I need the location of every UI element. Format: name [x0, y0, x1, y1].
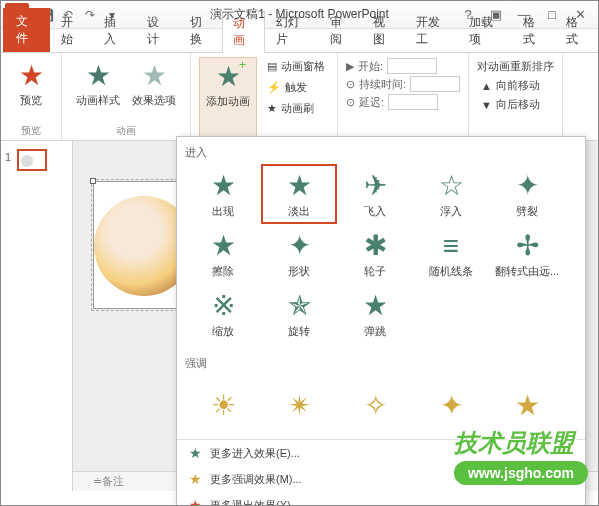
trigger-button[interactable]: ⚡触发 [263, 78, 329, 97]
resize-handle[interactable] [90, 178, 96, 184]
effect-icon: ✈ [364, 169, 387, 202]
add-star-icon: ★+ [212, 60, 244, 92]
entrance-grid: ★出现★淡出✈飞入☆浮入✦劈裂★擦除✦形状✱轮子≡随机线条✢翻转式由远...※缩… [185, 164, 577, 344]
animation-painter-button[interactable]: ★动画刷 [263, 99, 329, 118]
start-input[interactable] [387, 58, 437, 74]
emphasis-title: 强调 [185, 352, 577, 375]
effect-label: 擦除 [212, 264, 234, 279]
reorder-label: 对动画重新排序 [477, 57, 554, 76]
star-icon: ★ [189, 471, 202, 487]
effect-label: 形状 [288, 264, 310, 279]
tab-developer[interactable]: 开发工 [405, 10, 459, 52]
thumbnail-image [17, 149, 47, 171]
effect-label: 飞入 [364, 204, 386, 219]
effect-icon: ★ [363, 289, 388, 322]
star-icon: ★ [82, 59, 114, 91]
effect-label: 旋转 [288, 324, 310, 339]
animation-pane-button[interactable]: ▤动画窗格 [263, 57, 329, 76]
gallery-item-劈裂[interactable]: ✦劈裂 [489, 164, 565, 224]
animation-styles-button[interactable]: ★ 动画样式 [70, 57, 126, 110]
tab-format1[interactable]: 格式 [512, 10, 555, 52]
gallery-item-emphasis-4[interactable]: ★ [489, 375, 565, 435]
duration-input[interactable] [410, 76, 460, 92]
effect-icon: ✴ [288, 389, 311, 422]
notes-label: 备注 [102, 474, 124, 489]
gallery-item-形状[interactable]: ✦形状 [261, 224, 337, 284]
tab-addins[interactable]: 加载项 [458, 10, 512, 52]
menu-label: 更多强调效果(M)... [210, 472, 302, 487]
group-reorder: 对动画重新排序 ▲向前移动 ▼向后移动 [469, 53, 563, 140]
emphasis-grid: ☀✴✧✦★ [185, 375, 577, 435]
star-icon: ★ [189, 445, 202, 461]
effect-opts-label: 效果选项 [132, 93, 176, 108]
effect-icon: ✦ [516, 169, 539, 202]
move-later-label: 向后移动 [496, 97, 540, 112]
menu-label: 更多退出效果(X)... [210, 498, 300, 507]
tab-design[interactable]: 设计 [136, 10, 179, 52]
slide-thumbnail[interactable]: 1 [7, 149, 66, 171]
painter-label: 动画刷 [281, 101, 314, 116]
trigger-icon: ⚡ [267, 81, 281, 94]
gallery-item-缩放[interactable]: ※缩放 [185, 284, 261, 344]
tab-file[interactable]: 文件 [3, 8, 50, 52]
trigger-label: 触发 [285, 80, 307, 95]
move-later-button[interactable]: ▼向后移动 [477, 95, 554, 114]
clock-icon: ⊙ [346, 78, 355, 91]
entrance-title: 进入 [185, 141, 577, 164]
window-title: 演示文稿1 - Microsoft PowerPoint [210, 6, 389, 23]
advanced-buttons: ▤动画窗格 ⚡触发 ★动画刷 [263, 57, 329, 138]
duration-row: ⊙ 持续时间: [346, 75, 460, 93]
pane-icon: ▤ [267, 60, 277, 73]
group-animation: ★ 动画样式 ★ 效果选项 动画 [62, 53, 191, 140]
effect-icon: ★ [211, 229, 236, 262]
gallery-item-emphasis-2[interactable]: ✧ [337, 375, 413, 435]
gallery-item-出现[interactable]: ★出现 [185, 164, 261, 224]
slide-thumbnails-panel: 1 [1, 141, 73, 491]
effect-icon: ★ [211, 169, 236, 202]
gallery-item-emphasis-1[interactable]: ✴ [261, 375, 337, 435]
move-earlier-button[interactable]: ▲向前移动 [477, 76, 554, 95]
delay-input[interactable] [388, 94, 438, 110]
add-anim-label: 添加动画 [206, 94, 250, 109]
gallery-item-浮入[interactable]: ☆浮入 [413, 164, 489, 224]
delay-label: 延迟: [359, 95, 384, 110]
gallery-item-翻转式由远...[interactable]: ✢翻转式由远... [489, 224, 565, 284]
gallery-item-emphasis-0[interactable]: ☀ [185, 375, 261, 435]
group-advanced-anim: ★+ 添加动画 ▤动画窗格 ⚡触发 ★动画刷 [191, 53, 338, 140]
move-earlier-label: 向前移动 [496, 78, 540, 93]
group-label-preview: 预览 [9, 122, 53, 138]
anim-pane-label: 动画窗格 [281, 59, 325, 74]
more-exit-effects[interactable]: ★更多退出效果(X)... [177, 492, 585, 506]
effect-label: 轮子 [364, 264, 386, 279]
gallery-item-旋转[interactable]: ✯旋转 [261, 284, 337, 344]
gallery-item-飞入[interactable]: ✈飞入 [337, 164, 413, 224]
effect-icon: ※ [212, 289, 235, 322]
preview-label: 预览 [20, 93, 42, 108]
star-icon: ★ [138, 59, 170, 91]
effect-icon: ☀ [211, 389, 236, 422]
tab-insert[interactable]: 插入 [93, 10, 136, 52]
add-animation-button[interactable]: ★+ 添加动画 [199, 57, 257, 138]
preview-button[interactable]: ★ 预览 [9, 57, 53, 110]
tab-format2[interactable]: 格式 [555, 10, 598, 52]
group-preview: ★ 预览 预览 [1, 53, 62, 140]
group-timing: ▶ 开始: ⊙ 持续时间: ⊙ 延迟: [338, 53, 469, 140]
gallery-item-弹跳[interactable]: ★弹跳 [337, 284, 413, 344]
effect-label: 劈裂 [516, 204, 538, 219]
tab-home[interactable]: 开始 [50, 10, 93, 52]
entrance-section: 进入 ★出现★淡出✈飞入☆浮入✦劈裂★擦除✦形状✱轮子≡随机线条✢翻转式由远..… [177, 137, 585, 348]
gallery-item-淡出[interactable]: ★淡出 [261, 164, 337, 224]
watermark: 技术员联盟 www.jsgho.com [454, 427, 588, 485]
start-row: ▶ 开始: [346, 57, 460, 75]
gallery-item-擦除[interactable]: ★擦除 [185, 224, 261, 284]
up-arrow-icon: ▲ [481, 80, 492, 92]
gallery-item-emphasis-3[interactable]: ✦ [413, 375, 489, 435]
effect-options-button[interactable]: ★ 效果选项 [126, 57, 182, 110]
effect-label: 弹跳 [364, 324, 386, 339]
gallery-item-随机线条[interactable]: ≡随机线条 [413, 224, 489, 284]
effect-icon: ✢ [516, 229, 539, 262]
gallery-item-轮子[interactable]: ✱轮子 [337, 224, 413, 284]
ribbon-tabs: 文件 开始 插入 设计 切换 动画 幻灯片 审阅 视图 开发工 加载项 格式 格… [1, 29, 598, 53]
effect-label: 浮入 [440, 204, 462, 219]
group-label-anim: 动画 [70, 122, 182, 138]
